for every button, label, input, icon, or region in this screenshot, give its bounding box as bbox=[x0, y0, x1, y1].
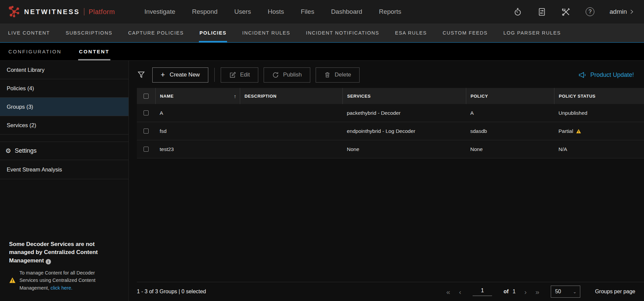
main-panel: + Create New Edit bbox=[129, 61, 644, 301]
select-all-checkbox[interactable] bbox=[144, 94, 149, 99]
jobs-stopwatch-icon[interactable] bbox=[513, 7, 522, 16]
brand-divider bbox=[84, 8, 85, 15]
sidebar: Content Library Policies (4) Groups (3) … bbox=[0, 61, 129, 301]
table-row[interactable]: fsd endpointhybrid - Log Decoder sdasdb … bbox=[137, 122, 644, 140]
table-header-row: NAME ↑ DESCRIPTION SERVICES POLICY POLIC… bbox=[137, 88, 644, 104]
tab-custom-feeds[interactable]: CUSTOM FEEDS bbox=[442, 23, 488, 42]
page-count: of 1 bbox=[503, 289, 516, 295]
filter-funnel-icon[interactable] bbox=[137, 70, 147, 80]
menu-item-users[interactable]: Users bbox=[234, 8, 251, 15]
delete-button[interactable]: Delete bbox=[316, 67, 360, 83]
menu-item-respond[interactable]: Respond bbox=[192, 8, 218, 15]
question-mark-icon: ? bbox=[586, 7, 594, 16]
cell-policy: sdasdb bbox=[466, 128, 554, 134]
cell-name: fsd bbox=[155, 128, 240, 134]
column-header-services[interactable]: SERVICES bbox=[342, 88, 466, 104]
help-icon[interactable]: ? bbox=[585, 7, 595, 16]
settings-panel-icon[interactable] bbox=[537, 7, 546, 16]
column-header-policy[interactable]: POLICY bbox=[466, 88, 554, 104]
cell-name: A bbox=[155, 110, 240, 116]
cell-services: packethybrid - Decoder bbox=[342, 110, 466, 116]
sidebar-item-content-library[interactable]: Content Library bbox=[0, 61, 128, 79]
toolbar-divider bbox=[214, 68, 215, 82]
netwitness-brand[interactable]: NETWITNESS Platform bbox=[8, 6, 115, 18]
menu-item-files[interactable]: Files bbox=[301, 8, 314, 15]
plus-icon: + bbox=[161, 71, 165, 79]
edit-button[interactable]: Edit bbox=[221, 67, 258, 83]
menu-item-investigate[interactable]: Investigate bbox=[145, 8, 175, 15]
brand-product: Platform bbox=[89, 8, 115, 16]
user-menu[interactable]: admin bbox=[609, 8, 634, 15]
tab-policies[interactable]: POLICIES bbox=[199, 23, 227, 42]
page-size-select[interactable]: 50 ⌄ bbox=[551, 286, 580, 298]
admin-tools-icon[interactable] bbox=[561, 7, 571, 16]
tab-esa-rules[interactable]: ESA RULES bbox=[394, 23, 428, 42]
select-all-checkbox-cell bbox=[137, 88, 155, 104]
chevron-right-icon bbox=[630, 9, 634, 14]
tab-incident-notifications[interactable]: INCIDENT NOTIFICATIONS bbox=[305, 23, 380, 42]
results-summary: 1 - 3 of 3 Groups | 0 selected bbox=[137, 289, 206, 295]
tab-incident-rules[interactable]: INCIDENT RULES bbox=[241, 23, 291, 42]
cell-policy-status: Partial bbox=[554, 128, 644, 134]
trash-icon bbox=[324, 71, 331, 78]
tab-live-content[interactable]: LIVE CONTENT bbox=[7, 23, 51, 42]
next-page-icon[interactable]: › bbox=[524, 288, 527, 295]
megaphone-icon bbox=[578, 71, 587, 79]
notice-warning-row: To manage Content for all Decoder Servic… bbox=[9, 269, 120, 292]
sidebar-item-policies[interactable]: Policies (4) bbox=[0, 79, 128, 98]
content-area: Content Library Policies (4) Groups (3) … bbox=[0, 61, 644, 301]
top-nav: NETWITNESS Platform Investigate Respond … bbox=[0, 0, 644, 23]
cell-services: endpointhybrid - Log Decoder bbox=[342, 128, 466, 134]
info-icon[interactable]: i bbox=[46, 259, 51, 264]
menu-item-dashboard[interactable]: Dashboard bbox=[331, 8, 362, 15]
tab-subscriptions[interactable]: SUBSCRIPTIONS bbox=[65, 23, 113, 42]
sidebar-section-gap bbox=[0, 135, 128, 142]
table-row[interactable]: A packethybrid - Decoder A Unpublished bbox=[137, 104, 644, 122]
toolbar: + Create New Edit bbox=[137, 67, 634, 83]
warning-triangle-icon bbox=[9, 277, 16, 283]
table-footer: 1 - 3 of 3 Groups | 0 selected « ‹ 1 of … bbox=[137, 282, 644, 301]
previous-page-icon[interactable]: ‹ bbox=[459, 288, 461, 295]
create-new-button[interactable]: + Create New bbox=[152, 67, 208, 83]
cell-policy: None bbox=[466, 146, 554, 152]
module-tabbar: LIVE CONTENT SUBSCRIPTIONS CAPTURE POLIC… bbox=[0, 23, 644, 43]
sidebar-settings-header[interactable]: ⚙ Settings bbox=[0, 142, 128, 160]
first-page-icon[interactable]: « bbox=[446, 288, 450, 295]
section-tabbar: CONFIGURATION CONTENT bbox=[0, 43, 644, 61]
row-checkbox[interactable] bbox=[144, 129, 149, 134]
edit-pencil-icon bbox=[229, 71, 236, 79]
column-header-name[interactable]: NAME ↑ bbox=[155, 88, 240, 104]
subtab-configuration[interactable]: CONFIGURATION bbox=[7, 43, 63, 60]
cell-services: None bbox=[342, 146, 466, 152]
netwitness-logo-icon bbox=[8, 6, 20, 18]
publish-refresh-icon bbox=[272, 71, 279, 79]
column-header-policy-status[interactable]: POLICY STATUS bbox=[554, 88, 644, 104]
column-header-description[interactable]: DESCRIPTION bbox=[240, 88, 342, 104]
menu-item-reports[interactable]: Reports bbox=[379, 8, 401, 15]
notice-body: To manage Content for all Decoder Servic… bbox=[19, 269, 111, 292]
topnav-actions: ? admin bbox=[513, 7, 634, 16]
sidebar-item-groups[interactable]: Groups (3) bbox=[0, 98, 128, 116]
publish-button[interactable]: Publish bbox=[264, 67, 310, 83]
sidebar-spacer bbox=[0, 179, 128, 240]
sidebar-item-event-stream-analysis[interactable]: Event Stream Analysis bbox=[0, 160, 128, 179]
partial-warning-icon bbox=[576, 129, 581, 134]
row-checkbox[interactable] bbox=[144, 110, 149, 115]
last-page-icon[interactable]: » bbox=[535, 288, 539, 295]
table-row[interactable]: test23 None None N/A bbox=[137, 140, 644, 158]
menu-item-hosts[interactable]: Hosts bbox=[268, 8, 284, 15]
tab-log-parser-rules[interactable]: LOG PARSER RULES bbox=[503, 23, 561, 42]
cell-policy: A bbox=[466, 110, 554, 116]
click-here-link[interactable]: click here. bbox=[51, 285, 72, 291]
subtab-content[interactable]: CONTENT bbox=[78, 43, 111, 60]
page-number-input[interactable]: 1 bbox=[473, 288, 492, 296]
notice-title: Some Decoder Services are not managed by… bbox=[9, 240, 120, 265]
settings-label: Settings bbox=[15, 147, 37, 154]
decoder-notice: Some Decoder Services are not managed by… bbox=[0, 240, 128, 301]
sidebar-item-services[interactable]: Services (2) bbox=[0, 116, 128, 135]
product-update-link[interactable]: Product Update! bbox=[578, 71, 634, 79]
row-checkbox[interactable] bbox=[144, 147, 149, 152]
sort-asc-icon[interactable]: ↑ bbox=[234, 93, 236, 99]
tab-capture-policies[interactable]: CAPTURE POLICIES bbox=[127, 23, 184, 42]
username: admin bbox=[609, 8, 627, 15]
